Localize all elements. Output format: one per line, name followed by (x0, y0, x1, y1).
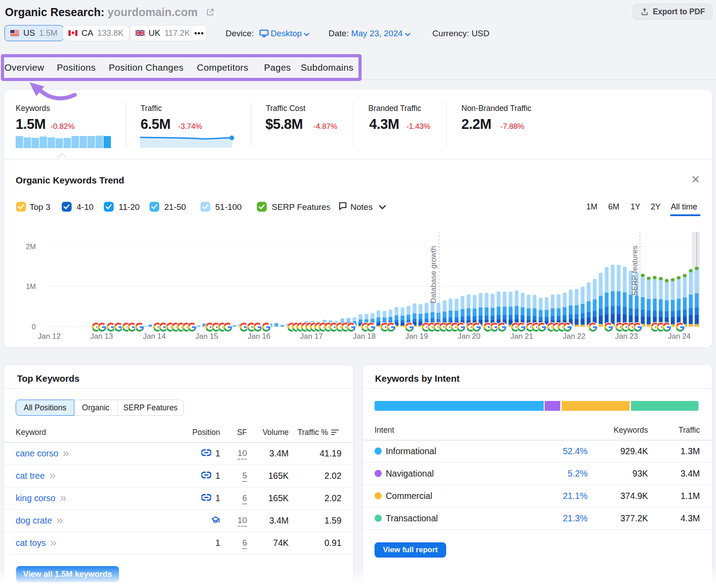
svg-text:Database growth: Database growth (429, 246, 438, 303)
svg-text:SERP features: SERP features (631, 246, 639, 296)
